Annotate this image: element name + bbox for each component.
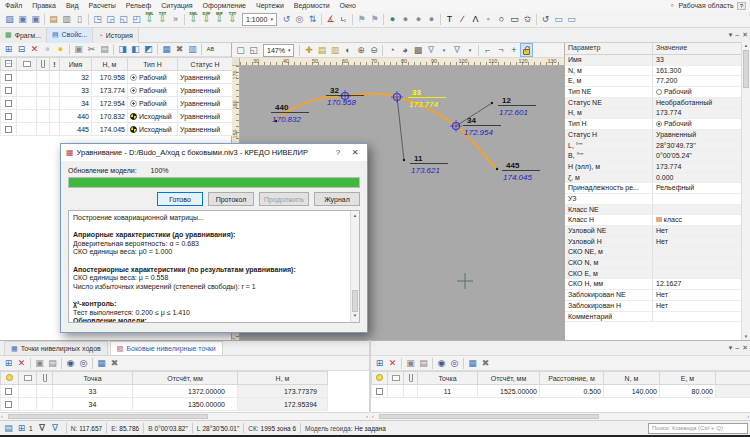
exchange-icon[interactable]: ⇅ [306, 12, 319, 26]
log-scrollbar[interactable]: ▲ ▼ [350, 211, 359, 322]
property-value[interactable]: 173.774 [653, 162, 741, 172]
select-icon[interactable]: ◨ [116, 42, 129, 56]
filter-active-icon[interactable]: ∇ [49, 421, 62, 435]
export-txt-icon[interactable]: ⇩TXT [226, 12, 239, 26]
add-row-icon[interactable]: ⊞ [373, 356, 386, 370]
property-value[interactable] [653, 258, 741, 268]
paste-icon[interactable]: ▤ [98, 42, 111, 56]
property-value[interactable]: Рабочий [653, 119, 741, 129]
save-icon[interactable]: ▣ [16, 12, 29, 26]
properties-scrollbar[interactable]: ▲ ▼ [741, 42, 750, 340]
property-row[interactable]: Комментарий [565, 312, 741, 323]
row-checkbox[interactable] [5, 87, 12, 94]
property-row[interactable]: ζ, м0.000 [565, 173, 741, 184]
row-checkbox[interactable] [5, 113, 12, 120]
copy-icon[interactable]: ▣ [33, 356, 46, 370]
globe-icon[interactable]: ◎ [293, 12, 306, 26]
dialog-close-button[interactable]: ✕ [348, 148, 362, 157]
property-value[interactable]: Нет [653, 290, 741, 300]
row-checkbox[interactable] [5, 100, 12, 107]
property-value[interactable]: Рельефный [653, 183, 741, 193]
property-row[interactable]: СКО Н, мм12.1627 [565, 279, 741, 290]
menu-item-8[interactable]: Ведомости [289, 2, 335, 9]
delete-row-icon[interactable]: ✕ [386, 356, 399, 370]
bottom-tab-0[interactable]: ▦Точки нивелирных ходов [4, 341, 108, 355]
import-raster-icon[interactable]: ◰ [130, 12, 143, 26]
cut-icon[interactable]: ✂ [85, 42, 98, 56]
export-xml-icon[interactable]: ⇩XML [187, 12, 200, 26]
row-checkbox[interactable] [5, 126, 12, 133]
lock-icon[interactable] [520, 43, 533, 57]
property-value[interactable] [653, 205, 741, 215]
invert-selection-icon[interactable]: ◩ [142, 42, 155, 56]
bottom-tab-1[interactable]: ▧Боковые нивелирные точки [110, 341, 223, 355]
row-checkbox[interactable] [5, 388, 12, 395]
close-table-icon[interactable]: ✖ [173, 42, 186, 56]
radio-on-icon[interactable] [656, 121, 662, 127]
property-value[interactable]: Рабочий [653, 87, 741, 97]
menu-item-9[interactable]: Окно [335, 2, 361, 9]
checkbox-cell[interactable] [1, 110, 17, 123]
dialog-title-bar[interactable]: ▦ Уравнивание - D:/Budo_A/ход с боковыми… [61, 144, 367, 161]
copy-icon[interactable]: ▣ [404, 356, 417, 370]
panel-menu-icon[interactable]: ▾ [729, 31, 733, 39]
filter-caret2-icon[interactable]: ▾ [463, 43, 476, 57]
tool-gray3-icon[interactable]: ● [425, 12, 438, 26]
layers-icon[interactable]: ⊞ [15, 421, 28, 435]
property-value[interactable]: Уравненный [653, 130, 741, 140]
tool-green-icon[interactable]: ● [386, 12, 399, 26]
bulb-on-icon[interactable]: ● [54, 42, 67, 56]
bulb-off-icon[interactable]: ● [41, 42, 54, 56]
minimize-icon[interactable]: – [735, 31, 739, 39]
menu-item-1[interactable]: Правка [27, 2, 61, 9]
table-row[interactable]: 33173.774РабочийУравненный [1, 84, 233, 97]
menu-item-2[interactable]: Вид [61, 2, 84, 9]
filter-dark-icon[interactable]: ∇ [36, 421, 49, 435]
filter-layers-icon[interactable]: ∇ [424, 43, 437, 57]
panel-menu-icon[interactable]: ▾ [729, 344, 733, 352]
property-row[interactable]: УЗ [565, 194, 741, 205]
scrollbar-thumb[interactable] [379, 414, 599, 419]
insert-point-icon[interactable]: ⊟ [15, 42, 28, 56]
property-row[interactable]: Класс НIII класс [565, 215, 741, 226]
properties-tab-2[interactable]: ◔История [93, 28, 138, 43]
zoom-in-icon[interactable]: ⊕ [354, 43, 367, 57]
property-row[interactable]: Статус НУравненный [565, 130, 741, 141]
property-row[interactable]: Класс NE [565, 205, 741, 216]
scrollbar-thumb[interactable] [8, 414, 208, 419]
property-row[interactable]: L, °'"28°30'49.73" [565, 141, 741, 152]
table-view-icon[interactable]: ▦ [466, 356, 479, 370]
dialog-button-1[interactable]: Протокол [208, 192, 254, 206]
zoom-all-icon[interactable]: ▥ [328, 43, 341, 57]
add-row-icon[interactable]: ⊞ [2, 356, 15, 370]
property-value[interactable]: 28°30'49.73" [653, 141, 741, 151]
command-search-input[interactable] [648, 423, 748, 434]
property-row[interactable]: Заблокирован ННет [565, 301, 741, 312]
property-row[interactable]: СКО E, м [565, 269, 741, 280]
scroll-up-icon[interactable]: ▲ [351, 212, 359, 221]
l1-icon[interactable]: L₁ [337, 12, 350, 26]
pan-icon[interactable]: ✚ [302, 43, 315, 57]
menu-item-7[interactable]: Чертежи [251, 2, 289, 9]
line-tool-icon[interactable]: ∕ [456, 12, 469, 26]
protocol-log[interactable]: Построение ковариационной матрицы...Апри… [68, 210, 360, 323]
add-point-icon[interactable]: ⊞ [2, 42, 15, 56]
scroll-right-icon[interactable]: › [366, 413, 368, 420]
dialog-button-2[interactable]: Продолжить [259, 192, 309, 206]
bottom-left-hscrollbar[interactable]: ‹ › [0, 412, 369, 420]
lasso-tool-icon[interactable]: ↺ [539, 12, 552, 26]
delete-row-icon[interactable]: ✕ [15, 356, 28, 370]
more-icon[interactable]: » [169, 12, 182, 26]
find-next-icon[interactable]: ◎ [448, 356, 461, 370]
import-project-icon[interactable]: ◳ [91, 12, 104, 26]
export-mif-icon[interactable]: ⇩MIF [213, 12, 226, 26]
paste-icon[interactable]: ▤ [46, 356, 59, 370]
unselect-icon[interactable]: ◧ [129, 42, 142, 56]
menu-item-0[interactable]: Файл [0, 2, 27, 9]
checkbox-cell[interactable] [1, 123, 17, 136]
delete-point-icon[interactable]: ✕ [28, 42, 41, 56]
copy-icon[interactable]: ▣ [72, 42, 85, 56]
ab-rename-icon[interactable]: AB [204, 42, 217, 56]
checkbox-cell[interactable] [1, 71, 17, 84]
property-value[interactable]: III класс [653, 215, 741, 225]
